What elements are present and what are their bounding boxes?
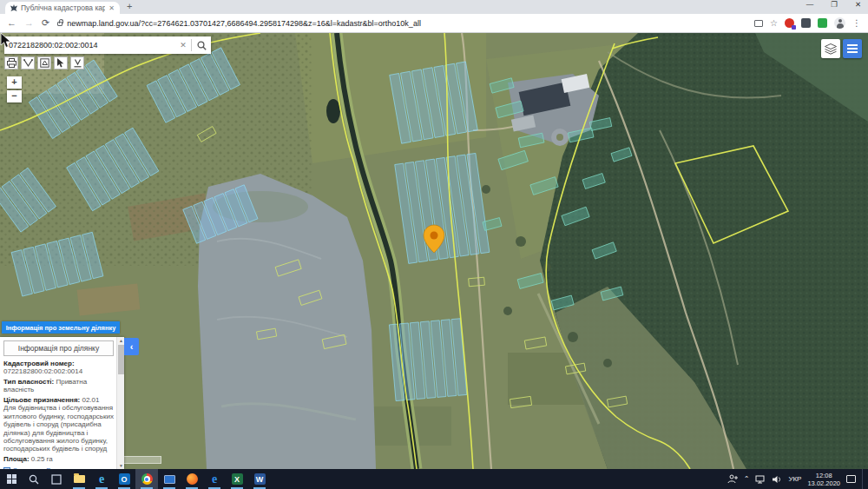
field-purpose: Цільове призначення: 02.01 Для будівницт… [3, 396, 114, 453]
coordinates-icon [73, 58, 82, 68]
padlock-icon [57, 22, 62, 26]
panel-header[interactable]: Інформація про земельну ділянку [2, 321, 120, 334]
clock-time: 12:08 [807, 472, 840, 479]
url-box[interactable]: newmap.land.gov.ua/?cc=2764621.03701427,… [57, 19, 746, 28]
clear-search-icon[interactable]: ✕ [175, 41, 191, 50]
measure-area-button[interactable] [37, 56, 51, 69]
back-button[interactable]: ← [7, 18, 16, 28]
taskbar-file-explorer[interactable] [68, 469, 90, 489]
search-icon [197, 41, 207, 50]
window-minimize-button[interactable]: — [806, 0, 814, 9]
taskbar-search-button[interactable] [23, 469, 45, 489]
parcel-info-panel: Інформація про ділянку Кадастровий номер… [0, 337, 124, 469]
layers-icon [825, 43, 837, 55]
task-view-icon [51, 474, 62, 485]
layers-button[interactable] [821, 39, 840, 58]
browser-menu-icon[interactable]: ⋮ [852, 18, 861, 28]
taskbar-clock[interactable]: 12:08 13.02.2020 [807, 472, 840, 487]
network-icon[interactable] [755, 475, 766, 484]
outlook-icon: O [119, 473, 130, 485]
new-tab-button[interactable]: + [127, 1, 132, 11]
bookmark-star-icon[interactable]: ☆ [770, 19, 778, 28]
window-restore-button[interactable]: ❐ [831, 0, 838, 9]
tab-favicon-icon [10, 4, 17, 11]
monitor-app-icon [164, 475, 175, 484]
taskbar-internet-explorer[interactable]: e [90, 469, 113, 489]
task-view-button[interactable] [45, 469, 68, 489]
menu-button[interactable] [843, 39, 862, 58]
field-ownership-type: Тип власності: Приватна власність [3, 378, 114, 394]
internet-explorer-icon: e [99, 473, 104, 486]
forward-button[interactable]: → [24, 18, 34, 28]
window-close-button[interactable]: ✕ [855, 0, 861, 9]
show-desktop-button[interactable] [862, 469, 865, 489]
windows-logo-icon [7, 474, 16, 484]
browser-tab[interactable]: Публічна кадастрова карта Укр ✕ [5, 2, 120, 14]
extension-green-icon[interactable] [818, 18, 827, 28]
field-cadastral-number: Кадастровий номер: 0722182800:02:002:001… [3, 360, 114, 376]
word-icon: W [254, 473, 266, 485]
orange-app-icon [187, 473, 198, 485]
mouse-cursor [0, 33, 12, 49]
panel-scrollbar[interactable]: ▲ ▼ [116, 337, 124, 469]
taskbar-word[interactable]: W [248, 469, 271, 489]
file-explorer-icon [74, 475, 85, 483]
field-area: Площа: 0.25 га [3, 455, 114, 463]
url-text: newmap.land.gov.ua/?cc=2764621.03701427,… [67, 19, 421, 28]
volume-icon[interactable] [773, 475, 782, 484]
system-tray: ⌃ УКР 12:08 13.02.2020 [727, 469, 868, 489]
map-toolbar [4, 56, 84, 69]
panel-collapse-button[interactable]: ‹ [124, 338, 139, 355]
tab-close-icon[interactable]: ✕ [108, 4, 115, 12]
search-button[interactable] [192, 41, 211, 50]
extension-dark-icon[interactable] [801, 18, 811, 28]
tab-strip: Публічна кадастрова карта Укр ✕ + — ❐ ✕ [0, 0, 868, 14]
chrome-icon [141, 473, 153, 485]
zoom-control: + − [7, 76, 22, 104]
reading-list-icon[interactable] [754, 20, 763, 27]
excel-icon: X [232, 473, 243, 485]
taskbar-search-icon [29, 474, 39, 485]
scroll-down-icon[interactable]: ▼ [117, 463, 125, 468]
pointer-tool-button[interactable] [54, 56, 68, 69]
scrollbar-thumb[interactable] [118, 345, 124, 374]
hamburger-icon [847, 44, 858, 46]
measure-length-button[interactable] [21, 56, 35, 69]
search-input[interactable]: 0722182800:02:002:0014 [4, 41, 175, 50]
start-button[interactable] [0, 469, 23, 489]
edge-icon: e [212, 473, 217, 486]
printer-icon [7, 58, 16, 68]
taskbar-edge[interactable]: e [203, 469, 226, 489]
tab-title: Публічна кадастрова карта Укр [21, 3, 105, 12]
map-satellite-layer [0, 33, 868, 469]
browser-chrome: Публічна кадастрова карта Укр ✕ + — ❐ ✕ … [0, 0, 868, 33]
clock-date: 13.02.2020 [807, 479, 840, 487]
language-indicator[interactable]: УКР [788, 475, 801, 483]
taskbar-outlook[interactable]: O [113, 469, 135, 489]
map-canvas[interactable]: 0722182800:02:002:0014 ✕ [0, 33, 868, 469]
zoom-in-button[interactable]: + [7, 76, 22, 89]
reload-button[interactable]: ⟳ [42, 18, 49, 28]
hidden-icons-chevron[interactable]: ⌃ [744, 475, 750, 483]
windows-taskbar: e O e X W ⌃ [0, 469, 868, 489]
measure-length-icon [23, 58, 33, 68]
tab-parcel-info[interactable]: Інформація про ділянку [3, 340, 114, 356]
measure-area-icon [40, 58, 49, 68]
search-box[interactable]: 0722182800:02:002:0014 ✕ [4, 36, 211, 54]
profile-avatar[interactable] [834, 17, 845, 29]
taskbar-excel[interactable]: X [226, 469, 248, 489]
people-icon[interactable] [727, 474, 738, 484]
action-center-icon[interactable] [846, 475, 856, 483]
taskbar-app-monitor[interactable] [158, 469, 181, 489]
coordinates-tool-button[interactable] [70, 56, 84, 69]
print-button[interactable] [4, 56, 18, 69]
extension-red-icon[interactable] [785, 18, 794, 28]
scale-bar [122, 456, 161, 464]
zoom-out-button[interactable]: − [7, 90, 22, 102]
pointer-icon [56, 58, 65, 68]
taskbar-app-orange[interactable] [181, 469, 203, 489]
taskbar-chrome[interactable] [135, 469, 158, 489]
address-bar: ← → ⟳ newmap.land.gov.ua/?cc=2764621.037… [0, 14, 868, 33]
